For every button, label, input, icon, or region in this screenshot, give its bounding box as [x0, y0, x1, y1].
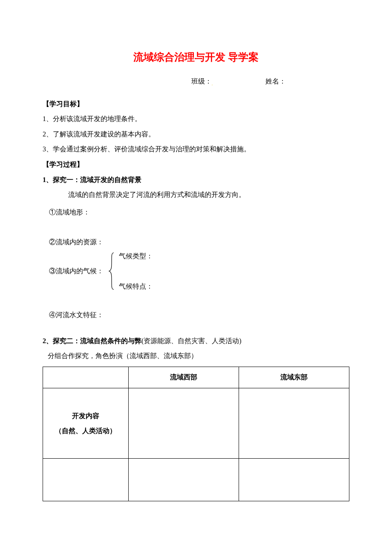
inquiry2-header-bold: 2、探究二：流域自然条件的与弊	[43, 337, 141, 344]
table-header-west: 流域西部	[129, 367, 239, 388]
inquiry1-item1: ①流域地形：	[49, 207, 349, 218]
name-label: 姓名：	[265, 78, 286, 85]
document-title: 流域综合治理与开发 导学案	[43, 49, 349, 65]
table-row2-east	[239, 458, 349, 501]
table-row1-label: 开发内容 （自然、人类活动）	[43, 388, 129, 458]
brace-container	[108, 252, 115, 290]
left-brace-icon	[108, 252, 115, 290]
info-line: 班级：. 姓名：	[43, 76, 349, 87]
table-row2-label	[43, 458, 129, 501]
inquiry1-item3-label: ③流域内的气候：	[49, 266, 104, 277]
inquiry2-header-paren: (资源能源、自然灾害、人类活动)	[141, 337, 242, 344]
inquiry1-item4: ④河流水文特征：	[49, 309, 349, 321]
goal-item-2: 2、了解该流域开发建设的基本内容。	[43, 129, 349, 140]
tiny-mark: .	[212, 82, 213, 87]
climate-type-label: 气候类型：	[119, 252, 153, 260]
inquiry1-intro: 流域的自然背景决定了河流的利用方式和流域的开发方向。	[68, 189, 349, 200]
climate-options: 气候类型： 气候特点：	[119, 252, 153, 290]
table-header-empty	[43, 367, 129, 388]
inquiry1-item3-row: ③流域内的气候： 气候类型： 气候特点：	[49, 252, 349, 290]
climate-feature-label: 气候特点：	[119, 282, 153, 290]
goals-header: 【学习目标】	[43, 98, 349, 110]
process-header: 【学习过程】	[43, 159, 349, 170]
table-row1-east	[239, 388, 349, 458]
table-row1-line1: 开发内容	[46, 408, 125, 423]
table-header-row: 流域西部 流域东部	[43, 367, 349, 388]
inquiry1-header: 1、探究一：流域开发的自然背景	[43, 174, 349, 185]
table-row1-line2: （自然、人类活动）	[46, 423, 125, 438]
table-row-1: 开发内容 （自然、人类活动）	[43, 388, 349, 458]
inquiry1-item2: ②流域内的资源：	[49, 237, 349, 248]
table-row-2	[43, 458, 349, 501]
table-row1-west	[129, 388, 239, 458]
goal-item-1: 1、分析该流域开发的地理条件。	[43, 113, 349, 124]
table-header-east: 流域东部	[239, 367, 349, 388]
inquiry2-header: 2、探究二：流域自然条件的与弊(资源能源、自然灾害、人类活动)	[43, 335, 349, 347]
class-label: 班级：.	[191, 76, 213, 87]
inquiry2-sub: 分组合作探究，角色扮演（流域西部、流域东部）	[48, 350, 349, 361]
table-row2-west	[129, 458, 239, 501]
inquiry2-table: 流域西部 流域东部 开发内容 （自然、人类活动）	[43, 367, 349, 501]
goal-item-3: 3、学会通过案例分析、评价流域综合开发与治理的对策和解决措施。	[43, 144, 349, 155]
